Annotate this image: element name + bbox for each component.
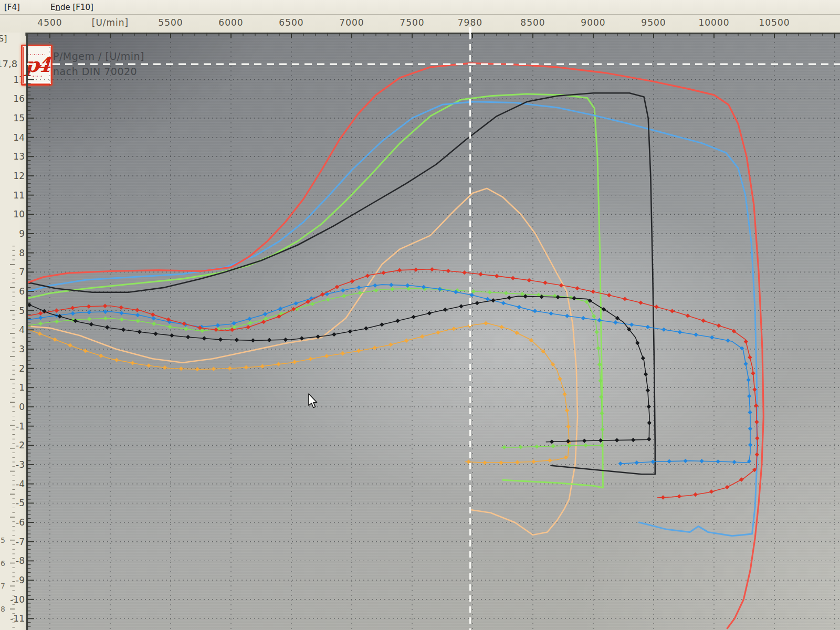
x-axis-label-5500: 5500	[158, 17, 183, 28]
y-axis-label-13: 13	[1, 151, 25, 162]
y-axis-label-9: 9	[1, 228, 25, 239]
y-axis-label-3: 3	[1, 344, 25, 354]
menu-ende-post: de [F10]	[60, 3, 93, 12]
x-axis-label-7500: 7500	[400, 17, 424, 28]
mini-axis-label-7: 7	[1, 582, 8, 590]
y-axis-label-16: 16	[1, 93, 25, 104]
mini-axis-label-6: 6	[1, 559, 8, 568]
y-axis-label-11: 11	[1, 190, 25, 201]
y-axis-unit-label: S]	[0, 34, 7, 44]
x-axis-label-9000: 9000	[581, 17, 605, 28]
x-axis-label-6000: 6000	[218, 17, 243, 28]
x-axis-label-6500: 6500	[279, 17, 303, 28]
logo-text: p4	[25, 56, 48, 74]
y-axis-label--2: -2	[1, 440, 25, 450]
mini-axis-label-5: 5	[1, 536, 8, 544]
y-axis-label--10: -10	[1, 594, 25, 605]
y-axis-label-6: 6	[1, 286, 25, 297]
menu-bar: [F4] Ende [F10]	[0, 0, 840, 15]
plot-title-line1: P/Mgem / [U/min]	[53, 49, 144, 64]
mini-axis-label-8: 8	[1, 605, 8, 613]
plot-title-line2: nach DIN 70020	[53, 64, 144, 79]
x-axis-label-9500: 9500	[641, 17, 666, 28]
y-axis-label-15: 15	[1, 113, 25, 123]
y-axis-label-0: 0	[1, 402, 25, 412]
y-axis-label--1: -1	[1, 421, 25, 432]
y-axis-label-14: 14	[1, 132, 25, 143]
y-axis-label--5: -5	[1, 498, 25, 508]
plot-title: P/Mgem / [U/min] nach DIN 70020	[53, 49, 144, 79]
x-axis-label-10500: 10500	[759, 17, 790, 28]
y-axis-label--3: -3	[1, 459, 25, 470]
dyno-app-window: [F4] Ende [F10] S] 17,8 ·∙·∙·∙·∙· p4 ·∙·…	[0, 0, 840, 630]
x-axis-label-5000: [U/min]	[92, 17, 129, 28]
y-axis-label--4: -4	[1, 479, 25, 489]
y-axis-label-12: 12	[1, 171, 25, 181]
y-axis-label-10: 10	[1, 209, 25, 219]
y-axis-label--11: -11	[1, 613, 25, 624]
menu-ende-pre: E	[50, 3, 55, 12]
x-axis-label-7980: 7980	[458, 17, 482, 28]
x-axis-label-4500: 4500	[37, 17, 62, 28]
y-axis-label-8: 8	[1, 248, 25, 258]
y-axis-label-7: 7	[1, 267, 25, 277]
plot-area[interactable]	[27, 33, 840, 630]
y-axis-label-4: 4	[1, 324, 25, 335]
menu-item-f4[interactable]: [F4]	[0, 1, 25, 14]
crosshair-value-label: 17,8	[0, 58, 18, 69]
y-axis-label-5: 5	[1, 306, 25, 316]
p4-logo: ·∙·∙·∙·∙· p4 ·∙·∙·∙	[21, 45, 52, 86]
menu-item-ende[interactable]: Ende [F10]	[45, 1, 99, 14]
x-axis-label-7000: 7000	[339, 17, 364, 28]
y-axis-label-2: 2	[1, 363, 25, 374]
menu-ende-accel-char: n	[55, 3, 60, 12]
x-axis-label-10000: 10000	[698, 17, 729, 28]
x-axis-label-8500: 8500	[520, 17, 545, 28]
y-axis-label--6: -6	[1, 517, 25, 528]
y-axis-label-1: 1	[1, 382, 25, 393]
